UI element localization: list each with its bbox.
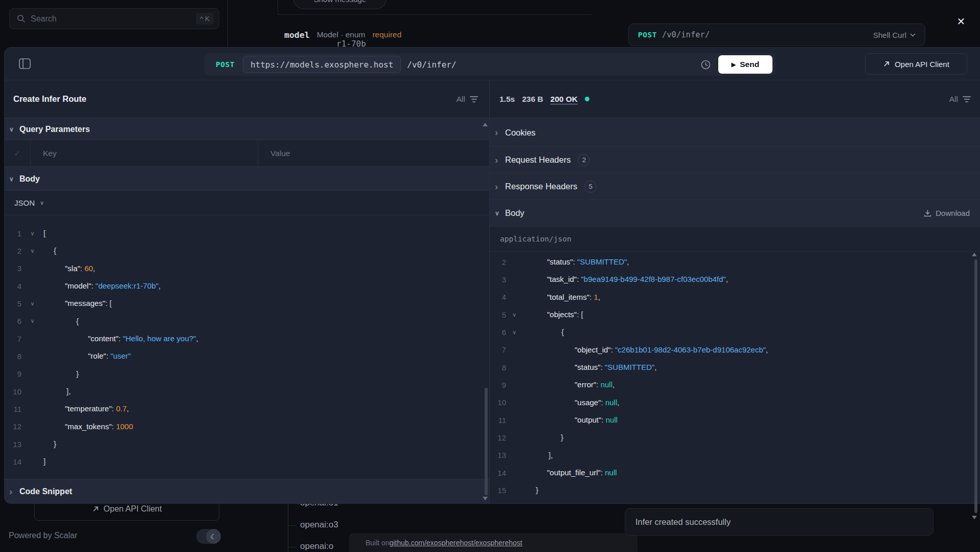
code-line[interactable]: 14"output_file_url": null (490, 464, 973, 481)
response-body-viewer[interactable]: 2"status": "SUBMITTED",3"task_id": "b9ea… (490, 252, 973, 499)
code-line[interactable]: 8"status": "SUBMITTED", (490, 359, 973, 376)
arrow-up-right-icon (92, 505, 99, 513)
fold-chevron-icon[interactable]: ∨ (21, 318, 43, 324)
code-line[interactable]: 6∨{ (4, 313, 485, 330)
language-selector[interactable]: Shell Curl (873, 31, 916, 39)
fold-chevron-icon[interactable]: ∨ (21, 230, 43, 237)
request-filter-button[interactable]: All (457, 95, 478, 104)
line-number: 13 (490, 451, 506, 459)
code-line[interactable]: 11"output": null (490, 411, 973, 429)
right-scrollbar-thumb[interactable] (974, 259, 977, 513)
close-button[interactable]: ✕ (952, 12, 970, 31)
section-request-headers[interactable]: › Request Headers 2 (490, 147, 980, 173)
code-line[interactable]: 10"usage": null, (490, 394, 973, 411)
code-line[interactable]: 2∨{ (4, 242, 485, 259)
open-api-client-button[interactable]: Open API Client (865, 53, 967, 75)
preview-method: POST (638, 31, 657, 39)
tree-tick (288, 525, 296, 526)
search-input[interactable]: Search ^ K (9, 8, 219, 29)
code-line[interactable]: 12} (490, 429, 973, 446)
code-text: "total_items": 1, (536, 293, 600, 301)
param-key-input[interactable]: Key (31, 140, 258, 166)
code-line[interactable]: 7"object_id": "c26b1b01-98d2-4063-b7eb-d… (490, 341, 973, 359)
response-filter-button[interactable]: All (949, 95, 971, 104)
enum-item-openai-partial[interactable]: openai:o (300, 541, 333, 551)
content-type-label: application/json (490, 227, 980, 252)
code-text: "status": "SUBMITTED", (536, 363, 657, 371)
code-text: "max_tokens": 1000 (43, 423, 133, 431)
download-button[interactable]: Download (924, 209, 980, 217)
line-number: 4 (4, 282, 21, 291)
code-text: ], (43, 387, 71, 395)
sidebar-toggle-button[interactable] (18, 57, 31, 70)
show-message-button[interactable]: Show message (293, 0, 386, 9)
code-text: "model": "deepseek:r1-70b", (43, 282, 161, 290)
code-text: { (43, 317, 79, 325)
status-dot (585, 97, 589, 101)
code-line[interactable]: 2"status": "SUBMITTED", (490, 253, 973, 271)
scroll-up-arrow[interactable] (483, 123, 488, 126)
code-line[interactable]: 1∨[ (4, 225, 485, 242)
filter-icon (963, 96, 971, 102)
base-url-field[interactable]: https://models.exosphere.host (243, 56, 401, 73)
github-link[interactable]: github.com/exospherehost/exospherehost (390, 539, 522, 547)
scroll-down-arrow[interactable] (483, 497, 488, 500)
code-line[interactable]: 11"temperature": 0.7, (4, 400, 485, 417)
code-line[interactable]: 15} (490, 481, 973, 499)
line-number: 5 (4, 299, 21, 308)
field-meta: Model · enum (317, 30, 366, 39)
code-text: "role": "user" (43, 352, 131, 360)
section-response-headers[interactable]: › Response Headers 5 (490, 173, 980, 200)
code-line[interactable]: 9} (4, 365, 485, 383)
section-cookies[interactable]: › Cookies (490, 118, 980, 147)
code-text: } (43, 370, 79, 378)
bg-divider (278, 14, 591, 15)
section-code-snippet[interactable]: › Code Snippet (4, 479, 489, 504)
path-field[interactable]: /v0/infer/ (407, 60, 456, 70)
code-line[interactable]: 13} (4, 435, 485, 453)
address-bar[interactable]: POST https://models.exosphere.host /v0/i… (204, 53, 776, 76)
code-text: } (43, 440, 56, 448)
section-request-body[interactable]: ∨ Body (4, 167, 489, 191)
code-line[interactable]: 5∨"objects": [ (490, 306, 973, 323)
enum-item-openai-o3[interactable]: openai:o3 (300, 520, 338, 530)
param-value-input[interactable]: Value (258, 140, 489, 166)
dark-mode-toggle[interactable]: ☾ (196, 529, 221, 544)
code-line[interactable]: 12"max_tokens": 1000 (4, 418, 485, 435)
count-badge: 2 (578, 154, 590, 166)
arrow-up-right-icon (883, 60, 890, 68)
fold-chevron-icon[interactable]: ∨ (506, 312, 536, 318)
code-line[interactable]: 14] (4, 453, 485, 470)
code-line[interactable]: 9"error": null, (490, 376, 973, 393)
body-format-select[interactable]: JSON ∨ (4, 191, 489, 215)
fold-chevron-icon[interactable]: ∨ (21, 248, 43, 254)
param-enabled-checkbox[interactable]: ✓ (4, 140, 31, 166)
code-line[interactable]: 7"content": "Hello, how are you?", (4, 330, 485, 347)
scroll-up-arrow[interactable] (972, 253, 977, 256)
code-line[interactable]: 6∨{ (490, 323, 973, 341)
line-number: 12 (4, 422, 21, 431)
code-text: "content": "Hello, how are you?", (43, 335, 198, 343)
left-scrollbar-thumb[interactable] (485, 388, 488, 495)
section-response-body[interactable]: ∨ Body Download (490, 200, 980, 227)
code-text: "output_file_url": null (536, 469, 617, 477)
fold-chevron-icon[interactable]: ∨ (21, 300, 43, 307)
code-line[interactable]: 8"role": "user" (4, 347, 485, 365)
history-button[interactable] (700, 59, 711, 70)
request-body-editor[interactable]: 1∨[2∨{3"sla": 60,4"model": "deepseek:r1-… (4, 215, 485, 479)
filter-icon (470, 96, 478, 102)
scroll-down-arrow[interactable] (972, 516, 977, 519)
code-line[interactable]: 3"task_id": "b9ea9149-b499-42f8-b987-cf0… (490, 271, 973, 288)
status-code[interactable]: 200 OK (551, 95, 578, 104)
code-line[interactable]: 4"model": "deepseek:r1-70b", (4, 277, 485, 295)
section-query-parameters[interactable]: ∨ Query Parameters (4, 118, 489, 140)
fold-chevron-icon[interactable]: ∨ (506, 329, 536, 336)
code-line[interactable]: 5∨"messages": [ (4, 295, 485, 312)
code-line[interactable]: 13], (490, 447, 973, 464)
code-line[interactable]: 10], (4, 383, 485, 400)
code-line[interactable]: 3"sla": 60, (4, 260, 485, 277)
code-line[interactable]: 4"total_items": 1, (490, 289, 973, 306)
code-text: "task_id": "b9ea9149-b499-42f8-b987-cf03… (536, 275, 728, 283)
request-preview[interactable]: POST /v0/infer/ Shell Curl (628, 24, 925, 46)
send-button[interactable]: ▶ Send (718, 55, 772, 74)
